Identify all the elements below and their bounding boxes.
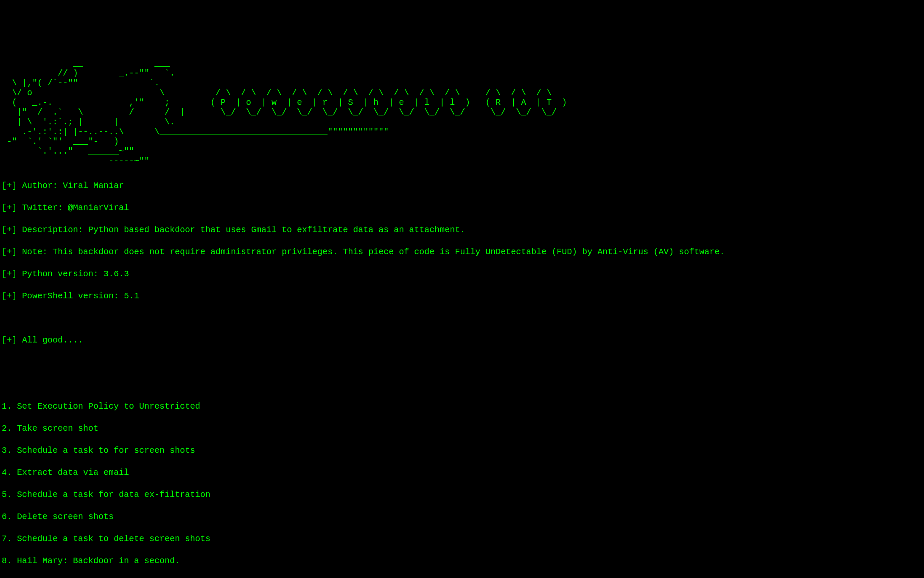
menu-item-7: 7. Schedule a task to delete screen shot… xyxy=(2,533,922,544)
blank-line xyxy=(2,379,922,390)
info-note: [+] Note: This backdoor does not require… xyxy=(2,247,922,258)
menu-item-2: 2. Take screen shot xyxy=(2,423,922,434)
info-description: [+] Description: Python based backdoor t… xyxy=(2,224,922,236)
blank-line xyxy=(2,357,922,368)
menu-item-6: 6. Delete screen shots xyxy=(2,511,922,522)
info-all-good: [+] All good.... xyxy=(2,335,922,346)
menu-item-1: 1. Set Execution Policy to Unrestricted xyxy=(2,401,922,412)
terminal-window[interactable]: __ ___ // ) _.--"" `. \ |,"( /`--"" `. \… xyxy=(2,48,922,578)
menu-item-3: 3. Schedule a task to for screen shots xyxy=(2,445,922,456)
menu-item-5: 5. Schedule a task for data ex-filtratio… xyxy=(2,489,922,500)
menu-item-4: 4. Extract data via email xyxy=(2,467,922,478)
ascii-art-banner: __ ___ // ) _.--"" `. \ |,"( /`--"" `. \… xyxy=(2,59,922,166)
info-powershell-version: [+] PowerShell version: 5.1 xyxy=(2,291,922,302)
menu-item-8: 8. Hail Mary: Backdoor in a second. xyxy=(2,556,922,567)
info-author: [+] Author: Viral Maniar xyxy=(2,180,922,191)
info-python-version: [+] Python version: 3.6.3 xyxy=(2,269,922,280)
blank-line xyxy=(2,313,922,324)
info-twitter: [+] Twitter: @ManiarViral xyxy=(2,202,922,213)
